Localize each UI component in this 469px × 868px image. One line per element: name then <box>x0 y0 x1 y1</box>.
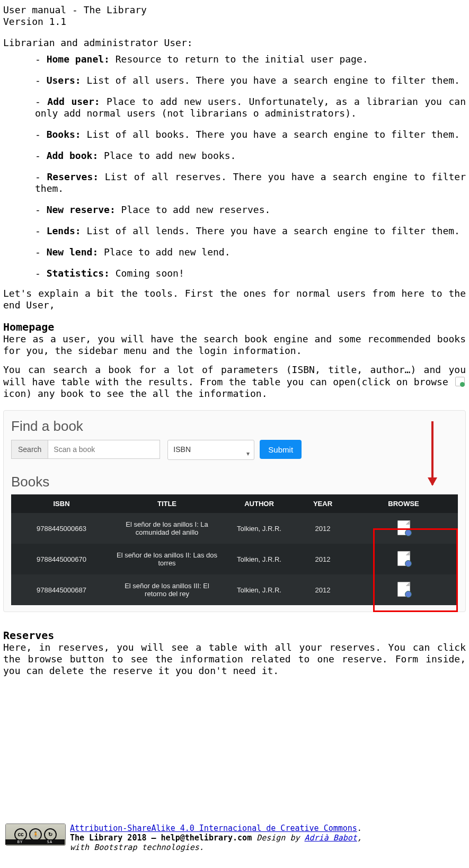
designer-link[interactable]: Adrià Babot <box>305 833 357 843</box>
bullet-term: Books: <box>47 129 81 140</box>
bullet-term: Lends: <box>47 225 81 236</box>
bullet-term: Reserves: <box>47 171 99 182</box>
list-item: - Reserves: List of all reserves. There … <box>35 171 466 194</box>
cell-browse <box>349 520 458 537</box>
cc-by-label: BY <box>17 837 23 847</box>
bullet-desc: Place to add new lend. <box>98 246 230 258</box>
search-form: Search ISBN Submit <box>11 440 458 460</box>
cell-title: El señor de los anillos I: La comunidad … <box>112 520 222 536</box>
homepage-p2a: You can search a book for a lot of param… <box>3 364 466 387</box>
books-title: Books <box>11 474 458 490</box>
doc-title: User manual - The Library <box>3 4 466 16</box>
doc-version: Version 1.1 <box>3 16 466 28</box>
bullet-term: New lend: <box>47 246 99 258</box>
col-title: TITLE <box>112 500 222 508</box>
license-link[interactable]: Attribution-ShareAlike 4.0 Internacional… <box>70 823 357 833</box>
cell-year: 2012 <box>296 555 349 563</box>
list-item: - Add book: Place to add new books. <box>35 150 466 162</box>
list-item: - Lends: List of all lends. There you ha… <box>35 225 466 237</box>
bullet-desc: Resource to return to the initial user p… <box>110 54 368 65</box>
table-row: 9788445000670 El señor de los anillos II… <box>11 544 458 574</box>
homepage-p1: Here as a user, you will have the search… <box>3 333 466 357</box>
bullet-term: Statistics: <box>47 268 110 279</box>
bullet-desc: Coming soon! <box>110 268 184 279</box>
list-item: - Statistics: Coming soon! <box>35 268 466 279</box>
footer-design-by: Design by <box>256 833 304 843</box>
footer-org: The Library 2018 – help@thelibrary.com <box>70 833 256 843</box>
cell-title: El señor de los anillos II: Las dos torr… <box>112 551 222 567</box>
cell-browse <box>349 582 458 598</box>
reserves-paragraph: Here, in reserves, you will see a table … <box>3 642 466 677</box>
bullet-term: Add user: <box>47 96 100 107</box>
browse-icon[interactable] <box>397 520 410 535</box>
cell-author: Tolkien, J.R.R. <box>222 586 296 594</box>
cell-isbn: 9788445000670 <box>11 555 112 563</box>
browse-icon[interactable] <box>397 582 410 597</box>
bullet-term: Home panel: <box>47 54 110 65</box>
list-item: - New reserve: Place to add new reserves… <box>35 204 466 216</box>
bullet-desc: List of all lends. There you have a sear… <box>81 225 460 236</box>
col-author: AUTHOR <box>222 500 296 508</box>
bullet-desc: List of all reserves. There you have a s… <box>35 171 466 194</box>
cell-author: Tolkien, J.R.R. <box>222 525 296 533</box>
col-browse: BROWSE <box>349 500 458 508</box>
search-addon-label: Search <box>11 440 48 459</box>
bullet-desc: List of all users. There you have a sear… <box>81 75 460 86</box>
page-footer: cc 🧍 ↻ BYSA Attribution-ShareAlike 4.0 I… <box>5 823 362 852</box>
table-row: 9788445000687 El señor de los anillos II… <box>11 574 458 605</box>
homepage-screenshot: Find a book Search ISBN Submit Books ISB… <box>3 410 466 612</box>
intro-paragraph: Let's explain a bit the tools. First the… <box>3 288 466 311</box>
homepage-heading: Homepage <box>3 321 466 333</box>
bullet-desc: Place to add new users. Unfortunately, a… <box>35 96 466 119</box>
bullet-desc: Place to add new books. <box>98 150 236 161</box>
bullet-term: Users: <box>47 75 81 86</box>
bullet-desc: Place to add new reserves. <box>116 204 271 215</box>
homepage-p2b: icon) any book to see the all the inform… <box>3 388 268 399</box>
cell-isbn: 9788445000663 <box>11 525 112 533</box>
cell-isbn: 9788445000687 <box>11 586 112 594</box>
list-item: - Home panel: Resource to return to the … <box>35 54 466 65</box>
books-table: ISBN TITLE AUTHOR YEAR BROWSE 9788445000… <box>11 494 458 605</box>
bullet-term: New reserve: <box>47 204 116 215</box>
cell-author: Tolkien, J.R.R. <box>222 555 296 563</box>
cell-title: El señor de los anillos III: El retorno … <box>112 582 222 598</box>
homepage-p2: You can search a book for a lot of param… <box>3 364 466 400</box>
submit-button[interactable]: Submit <box>260 440 302 459</box>
browse-icon[interactable] <box>397 551 410 566</box>
footer-tech: with Bootstrap technologies. <box>70 843 204 852</box>
bullet-term: Add book: <box>47 150 99 161</box>
list-item: - Add user: Place to add new users. Unfo… <box>35 96 466 119</box>
role-heading: Librarian and administrator User: <box>3 37 466 48</box>
list-item: - Books: List of all books. There you ha… <box>35 129 466 140</box>
footer-text: Attribution-ShareAlike 4.0 Internacional… <box>70 823 362 852</box>
cell-browse <box>349 551 458 568</box>
search-input[interactable] <box>48 440 160 459</box>
col-year: YEAR <box>296 500 349 508</box>
list-item: - Users: List of all users. There you ha… <box>35 75 466 86</box>
browse-icon <box>454 376 466 387</box>
reserves-heading: Reserves <box>3 629 466 642</box>
bullet-desc: List of all books. There you have a sear… <box>81 129 460 140</box>
find-a-book-title: Find a book <box>11 418 458 435</box>
cc-badge: cc 🧍 ↻ BYSA <box>5 823 65 845</box>
bullet-list: - Home panel: Resource to return to the … <box>35 54 466 279</box>
table-row: 9788445000663 El señor de los anillos I:… <box>11 513 458 544</box>
cc-sa-label: SA <box>47 837 52 847</box>
red-arrow-annotation <box>431 421 433 485</box>
list-item: - New lend: Place to add new lend. <box>35 246 466 258</box>
cell-year: 2012 <box>296 586 349 594</box>
search-field-select[interactable]: ISBN <box>167 440 254 460</box>
col-isbn: ISBN <box>11 500 112 508</box>
table-header: ISBN TITLE AUTHOR YEAR BROWSE <box>11 494 458 513</box>
cell-year: 2012 <box>296 525 349 533</box>
